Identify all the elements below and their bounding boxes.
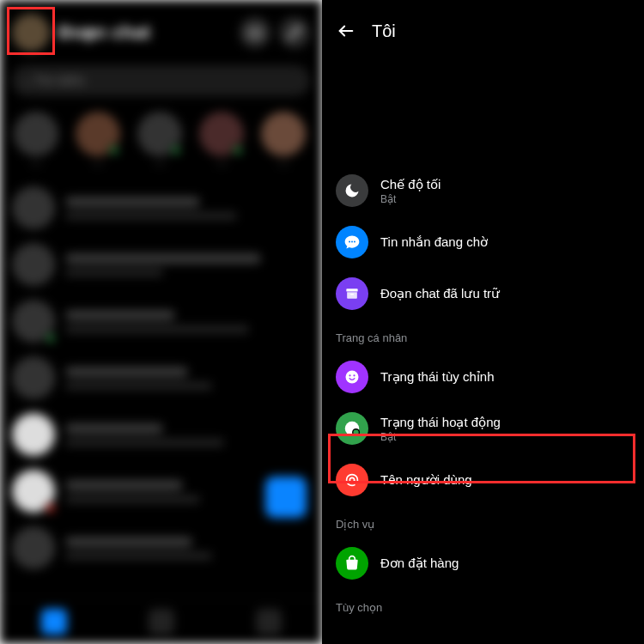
compose-icon[interactable] bbox=[279, 17, 310, 48]
story-item[interactable]: ····· bbox=[74, 112, 122, 169]
chat-row[interactable] bbox=[7, 349, 315, 406]
setting-username[interactable]: Tên người dùng bbox=[322, 454, 644, 506]
bag-icon bbox=[336, 547, 368, 580]
search-placeholder: Tìm kiếm bbox=[34, 74, 85, 88]
section-profile: Trang cá nhân bbox=[322, 319, 644, 351]
setting-label: Đoạn chat đã lưu trữ bbox=[380, 285, 500, 302]
story-item[interactable]: ····· bbox=[259, 112, 307, 169]
at-icon bbox=[336, 464, 368, 496]
moon-icon bbox=[336, 174, 368, 207]
section-service: Dịch vụ bbox=[322, 506, 644, 538]
chats-panel: Đoạn chat ⌕ Tìm kiếm ····· ····· ····· ·… bbox=[0, 0, 322, 644]
setting-custom-status[interactable]: Trạng thái tùy chỉnh bbox=[322, 351, 644, 403]
setting-sublabel: Bật bbox=[380, 431, 501, 443]
svg-point-11 bbox=[353, 429, 360, 436]
chat-row[interactable] bbox=[7, 179, 315, 236]
settings-title: Tôi bbox=[372, 21, 396, 41]
svg-point-2 bbox=[349, 241, 350, 243]
chats-panel-content: Đoạn chat ⌕ Tìm kiếm ····· ····· ····· ·… bbox=[0, 0, 322, 644]
tab-people[interactable] bbox=[149, 609, 174, 635]
story-item[interactable]: ····· bbox=[12, 112, 60, 169]
story-item[interactable]: ····· bbox=[136, 112, 184, 169]
tab-chats[interactable] bbox=[41, 609, 67, 635]
setting-label: Tin nhắn đang chờ bbox=[380, 234, 488, 251]
message-waiting-icon bbox=[336, 226, 368, 258]
section-options: Tùy chọn bbox=[322, 589, 644, 621]
chat-list bbox=[0, 179, 322, 576]
setting-sublabel: Bật bbox=[380, 193, 440, 205]
setting-message-requests[interactable]: Tin nhắn đang chờ bbox=[322, 216, 644, 268]
setting-archived-chats[interactable]: Đoạn chat đã lưu trữ bbox=[322, 268, 644, 319]
setting-label: Đơn đặt hàng bbox=[380, 555, 459, 572]
svg-point-3 bbox=[351, 241, 353, 243]
svg-point-8 bbox=[349, 374, 350, 376]
setting-label: Trạng thái tùy chỉnh bbox=[380, 368, 495, 386]
bottom-nav bbox=[0, 598, 322, 644]
setting-active-status[interactable]: Trạng thái hoạt động Bật bbox=[322, 403, 644, 454]
chat-row[interactable] bbox=[7, 463, 315, 519]
svg-point-0 bbox=[253, 31, 258, 35]
chats-header: Đoạn chat bbox=[0, 0, 322, 60]
smiley-icon bbox=[336, 361, 368, 393]
svg-point-4 bbox=[354, 241, 355, 243]
chat-row[interactable] bbox=[7, 236, 315, 293]
stories-row: ····· ····· ····· ····· ····· bbox=[0, 108, 322, 179]
setting-label: Trạng thái hoạt động bbox=[380, 414, 501, 431]
setting-dark-mode[interactable]: Chế độ tối Bật bbox=[322, 165, 644, 216]
search-icon: ⌕ bbox=[24, 74, 31, 88]
settings-panel: Tôi Chế độ tối Bật Tin nhắn đang chờ bbox=[322, 0, 644, 644]
chats-title: Đoạn chat bbox=[58, 21, 231, 44]
archive-icon bbox=[336, 277, 368, 310]
setting-label: Tên người dùng bbox=[380, 471, 472, 489]
setting-label: Chế độ tối bbox=[380, 176, 440, 193]
svg-point-9 bbox=[353, 374, 355, 376]
search-input[interactable]: ⌕ Tìm kiếm bbox=[12, 65, 310, 96]
settings-body: Chế độ tối Bật Tin nhắn đang chờ Đoạn ch… bbox=[322, 53, 644, 621]
svg-rect-5 bbox=[346, 289, 357, 291]
chat-row[interactable] bbox=[7, 406, 315, 463]
back-arrow-icon[interactable] bbox=[334, 19, 358, 43]
svg-rect-6 bbox=[350, 294, 354, 295]
tab-discover[interactable] bbox=[256, 609, 282, 635]
svg-point-7 bbox=[346, 371, 359, 384]
settings-header: Tôi bbox=[322, 0, 644, 53]
profile-avatar[interactable] bbox=[12, 14, 50, 52]
story-item[interactable]: ····· bbox=[197, 112, 246, 169]
chat-row[interactable] bbox=[7, 293, 315, 349]
camera-icon[interactable] bbox=[240, 17, 270, 48]
setting-orders[interactable]: Đơn đặt hàng bbox=[322, 538, 644, 589]
chat-row[interactable] bbox=[7, 519, 315, 576]
active-status-icon bbox=[336, 412, 368, 445]
